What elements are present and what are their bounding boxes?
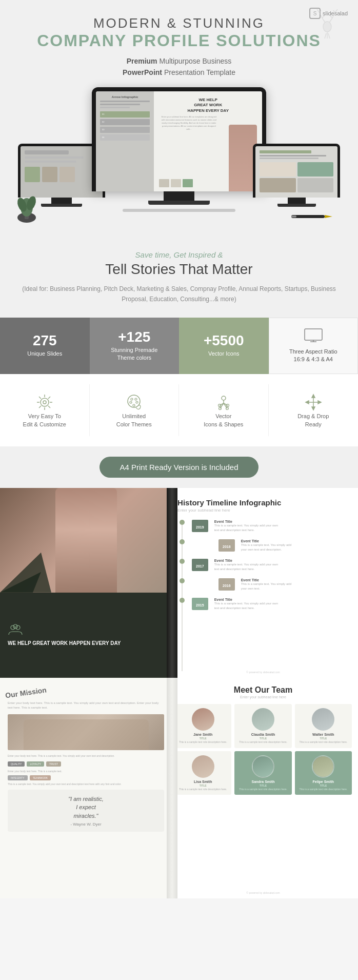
svg-point-23 bbox=[131, 398, 133, 400]
svg-point-28 bbox=[222, 396, 226, 400]
book-left-page: WE HELP GREAT WORK HAPPEN EVERY DAY bbox=[0, 488, 172, 678]
monitor-icon bbox=[304, 328, 323, 343]
book2-labels-row2: INTEGRITY TEAMWORK bbox=[8, 775, 164, 780]
title-line2: COMPANY PROFILE SOLUTIONS bbox=[10, 31, 348, 50]
feature-label-colors: UnlimitedColor Themes bbox=[116, 413, 152, 428]
tagline-main: Tell Stories That Matter bbox=[21, 261, 337, 278]
timeline-item-1: 2019 Event Title This is a sample text. … bbox=[188, 520, 349, 532]
title-plain: COMPANY PROFILE bbox=[37, 31, 210, 50]
svg-point-13 bbox=[43, 401, 46, 404]
svg-point-35 bbox=[226, 407, 228, 410]
features-grid: Very Easy ToEdit & Customize UnlimitedCo… bbox=[0, 374, 358, 446]
book-mockup-1: WE HELP GREAT WORK HAPPEN EVERY DAY Hist… bbox=[0, 488, 358, 678]
stat-unique-slides: 275 Unique Slides bbox=[0, 318, 90, 375]
book-left-heading: WE HELP GREAT WORK HAPPEN EVERY DAY bbox=[8, 639, 164, 647]
stat-vector-icons: +5500 Vector Icons bbox=[179, 318, 269, 375]
svg-marker-40 bbox=[312, 395, 315, 398]
book-right-sub: Enter your subhead line here bbox=[177, 508, 349, 513]
svg-point-25 bbox=[130, 401, 132, 403]
timeline-item-3: 2017 Event Title This is a sample text. … bbox=[188, 559, 349, 571]
svg-marker-7 bbox=[325, 215, 332, 218]
svg-line-19 bbox=[48, 406, 50, 408]
tagline-section: Save time, Get Inspired & Tell Stories T… bbox=[0, 232, 358, 318]
svg-marker-41 bbox=[312, 407, 315, 410]
svg-point-44 bbox=[11, 625, 15, 630]
subtitle-bold1: Premium bbox=[127, 57, 157, 65]
feature-drag: Drag & DropReady bbox=[269, 384, 359, 436]
print-badge: A4 Print Ready Version is Included bbox=[100, 457, 259, 478]
stat-theme-colors: +125 Stunning PremadeTheme colors bbox=[90, 318, 180, 375]
svg-point-45 bbox=[16, 625, 20, 630]
team-card-2: Claudia Smith TITLE This is a sample tex… bbox=[234, 704, 291, 748]
svg-line-21 bbox=[39, 406, 41, 408]
timeline-item-5: 2015 Event Title This is a sample text. … bbox=[188, 598, 349, 610]
book2-text4: This is a sample text. You simply add yo… bbox=[8, 782, 164, 787]
stat-number-icons: +5500 bbox=[204, 334, 244, 348]
feature-edit: Very Easy ToEdit & Customize bbox=[0, 384, 90, 436]
timeline-item-4: 2016 Event Title This is a sample text. … bbox=[218, 578, 349, 591]
book2-quote-author: - Wayne W. Dyer bbox=[13, 822, 159, 827]
title-line1: MODERN & STUNNING bbox=[10, 15, 348, 31]
subtitle-plain1: Multipurpose Business bbox=[157, 57, 232, 65]
svg-point-34 bbox=[218, 407, 221, 410]
team-card-3: Walter Smith TITLE This is a sample text… bbox=[295, 704, 352, 748]
plant-decoration bbox=[13, 187, 41, 225]
stat-number-themes: +125 bbox=[118, 330, 150, 344]
stat-label-themes: Stunning PremadeTheme colors bbox=[111, 346, 157, 362]
book2-photo-hands bbox=[8, 714, 164, 750]
book-right-page: History Timeline Infographic Enter your … bbox=[168, 488, 358, 678]
team-icon bbox=[8, 623, 23, 636]
svg-point-12 bbox=[41, 398, 49, 406]
title-colored: SOLUTIONS bbox=[210, 31, 321, 50]
svg-marker-42 bbox=[306, 401, 309, 404]
svg-rect-8 bbox=[291, 215, 296, 218]
book2-quote: "I am realistic,I expectmiracles." bbox=[13, 795, 159, 820]
monitor-main: Arrow Infographic 01 02 03 04 bbox=[92, 87, 266, 212]
book2-right-page: Meet Our Team Enter your subhead line he… bbox=[168, 678, 358, 898]
book2-mission-title: Our Mission bbox=[5, 686, 47, 700]
subtitle: Premium Multipurpose Business PowerPoint… bbox=[10, 55, 348, 79]
subtitle-plain2: Presentation Template bbox=[162, 68, 235, 76]
timeline-container: 2019 Event Title This is a sample text. … bbox=[177, 520, 349, 610]
svg-point-27 bbox=[133, 404, 135, 406]
stat-aspect-ratio: Three Aspect Ratio16:9 & 4:3 & A4 bbox=[269, 318, 359, 375]
stat-label-icons: Vector Icons bbox=[208, 350, 240, 358]
subtitle-bold2: PowerPoint bbox=[123, 68, 162, 76]
header-section: S slidesalad MODERN & STUNNING COMPANY P… bbox=[0, 0, 358, 232]
book2-text2: Enter your body text here. This is a sam… bbox=[8, 754, 164, 758]
book2-mission-text: Enter your body text here. This is a sam… bbox=[8, 701, 164, 710]
book2-text3: Enter your body text here. This is a sam… bbox=[8, 770, 164, 774]
book-spine bbox=[167, 488, 177, 678]
pen-decoration bbox=[291, 213, 332, 222]
stat-label-ratio: Three Aspect Ratio16:9 & 4:3 & A4 bbox=[289, 348, 337, 364]
team-grid: Jane Smith TITLE This is a sample text r… bbox=[174, 704, 352, 795]
svg-line-20 bbox=[48, 397, 50, 399]
book-mockup-2: Our Mission Enter your body text here. T… bbox=[0, 678, 358, 898]
svg-point-24 bbox=[135, 398, 137, 400]
book2-copyright: © powered by slidesalad.com bbox=[176, 891, 350, 894]
book2-quote-box: "I am realistic,I expectmiracles." - Way… bbox=[8, 790, 164, 832]
stats-grid: 275 Unique Slides +125 Stunning PremadeT… bbox=[0, 318, 358, 375]
move-icon bbox=[303, 392, 324, 413]
palette-icon bbox=[124, 392, 144, 413]
shapes-icon bbox=[213, 392, 234, 413]
feature-label-edit: Very Easy ToEdit & Customize bbox=[23, 413, 66, 428]
copyright-text: © powered by slidesalad.com bbox=[178, 671, 348, 674]
svg-point-0 bbox=[323, 22, 331, 32]
stat-number-slides: 275 bbox=[33, 334, 57, 348]
stat-label-slides: Unique Slides bbox=[27, 350, 62, 358]
svg-line-18 bbox=[39, 397, 41, 399]
ideal-text: (Ideal for: Business Planning, Pitch Dec… bbox=[21, 284, 337, 305]
monitor-right bbox=[253, 144, 340, 207]
book2-spine bbox=[167, 678, 177, 898]
svg-rect-9 bbox=[305, 329, 322, 340]
team-card-5: Sandra Smith TITLE This is a sample text… bbox=[234, 751, 291, 795]
svg-marker-43 bbox=[318, 401, 321, 404]
book2-labels-row: QUALITY LOYALTY TRUST bbox=[8, 761, 164, 767]
team-card-4: Lisa Smith TITLE This is a sample text r… bbox=[174, 751, 231, 795]
timeline-item-2: 2018 Event Title This is a sample text. … bbox=[218, 539, 349, 552]
print-banner-section: A4 Print Ready Version is Included bbox=[0, 446, 358, 488]
feature-label-drag: Drag & DropReady bbox=[297, 413, 329, 428]
team-card-6: Felipe Smith TITLE This is a sample text… bbox=[295, 751, 352, 795]
tagline-sub: Save time, Get Inspired & bbox=[21, 250, 337, 259]
